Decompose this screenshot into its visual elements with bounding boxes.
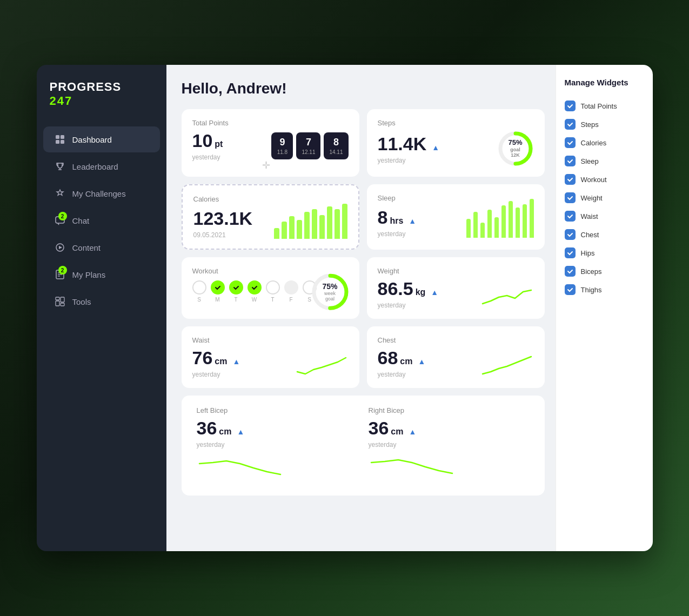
toggle-label-calories: Calories [581,139,607,147]
widget-waist: Waist 76 cm ▲ yesterday [182,326,359,388]
sidebar-item-content[interactable]: Content [43,235,160,260]
calories-date: 09.05.2021 [193,231,253,239]
sleep-chart [466,205,534,238]
left-bicep-chart [197,453,283,483]
check-waist [565,211,576,222]
toggle-label-waist: Waist [581,212,598,220]
sidebar-label-content: Content [72,243,101,252]
sleep-bar [516,207,520,238]
svg-rect-2 [56,140,59,144]
check-hips [565,247,576,258]
day-circle-t2 [266,280,280,294]
toggle-sleep[interactable]: Sleep [565,152,644,170]
sidebar-item-dashboard[interactable]: Dashboard [43,126,160,152]
toggle-weight[interactable]: Weight [565,189,644,207]
waist-chart [295,351,349,378]
chest-value: 68 cm ▲ [378,347,426,369]
widget-toggles-list: Total Points Steps Calories Sleep [565,97,644,299]
sidebar-item-myplans[interactable]: 2 My Plans [43,262,160,287]
sleep-bar [473,212,478,238]
bar [342,204,347,239]
sleep-value: 8 hrs ▲ [378,207,417,228]
manage-widgets-title: Manage Widgets [565,78,644,87]
sidebar: PROGRESS 247 Dashboard [37,65,166,551]
steps-value: 11.4K ▲ [378,133,440,155]
chest-trend-icon: ▲ [418,357,425,366]
weight-chart [480,282,534,309]
play-icon [54,242,66,253]
star-icon [54,188,66,199]
bar [304,212,310,239]
sidebar-item-tools[interactable]: Tools [43,289,160,314]
sidebar-item-chat[interactable]: 2 Chat [43,207,160,233]
check-calories [565,137,576,148]
main-content: Hello, Andrew! Total Points 10 pt yester… [166,65,556,551]
waist-label: Waist [192,336,349,344]
toggle-thighs[interactable]: Thighs [565,280,644,299]
sleep-bar [501,205,506,238]
sidebar-label-tools: Tools [72,297,91,306]
sidebar-label-myplans: My Plans [72,270,106,279]
weight-date: yesterday [378,302,439,309]
chest-chart [480,351,534,378]
nav-list: Dashboard Leaderboard [37,125,166,540]
svg-rect-13 [56,301,59,306]
sidebar-item-challenges[interactable]: My Challenges [43,180,160,206]
points-history: 9 11.8 7 12.11 8 14.11 [271,132,348,159]
sleep-trend-icon: ▲ [409,217,416,225]
day-circle-s1 [192,280,206,294]
widget-left-bicep: Left Bicep 36 cm ▲ yesterday [197,406,358,485]
sleep-date: yesterday [378,230,417,238]
biceps-row: Left Bicep 36 cm ▲ yesterday Right Bicep… [182,396,545,496]
widget-workout: Workout S M [182,257,359,319]
plans-badge: 2 [58,266,67,274]
check-steps [565,119,576,130]
check-thighs [565,284,576,295]
toggle-biceps[interactable]: Biceps [565,262,644,280]
workout-percent: 75% [320,282,340,291]
total-points-label: Total Points [192,119,349,127]
weight-label: Weight [378,267,534,275]
svg-rect-3 [61,140,64,144]
waist-trend-icon: ▲ [232,357,240,366]
check-sleep [565,156,576,166]
day-circle-t1 [229,280,243,294]
svg-rect-0 [56,135,59,139]
left-bicep-trend-icon: ▲ [237,427,244,436]
manage-widgets-panel: Manage Widgets Total Points Steps Calori… [556,65,653,551]
right-bicep-chart [369,453,455,483]
sidebar-item-leaderboard[interactable]: Leaderboard [43,153,160,179]
toggle-steps[interactable]: Steps [565,115,644,133]
widgets-grid: Total Points 10 pt yesterday 9 11.8 [182,109,545,388]
toggle-chest[interactable]: Chest [565,225,644,244]
total-points-date: yesterday [192,153,223,161]
sidebar-label-leaderboard: Leaderboard [72,162,118,171]
toggle-workout[interactable]: Workout [565,170,644,189]
drag-handle[interactable]: ✛ [262,159,270,171]
sleep-bar [523,204,527,238]
right-bicep-trend-icon: ▲ [409,427,416,436]
svg-rect-1 [61,135,64,139]
toggle-total-points[interactable]: Total Points [565,97,644,115]
toggle-hips[interactable]: Hips [565,244,644,262]
toggle-label-sleep: Sleep [581,157,599,165]
day-wednesday: W [247,280,262,303]
points-day-3: 8 14.11 [324,132,348,159]
toggle-label-workout: Workout [581,176,607,184]
sleep-bar [466,219,471,238]
toggle-label-thighs: Thighs [581,286,602,294]
check-weight [565,192,576,203]
widget-total-points: Total Points 10 pt yesterday 9 11.8 [182,109,359,177]
day-circle-w [247,280,262,294]
toggle-label-chest: Chest [581,231,599,239]
bar [327,206,332,239]
left-bicep-date: yesterday [197,441,358,448]
toggle-calories[interactable]: Calories [565,133,644,152]
check-workout [565,174,576,185]
steps-date: yesterday [378,157,440,164]
bar [319,215,325,239]
steps-donut: 75% goal 12K [497,130,534,167]
left-bicep-value: 36 cm ▲ [197,418,358,439]
toggle-waist[interactable]: Waist [565,207,644,225]
toggle-label-biceps: Biceps [581,267,602,276]
